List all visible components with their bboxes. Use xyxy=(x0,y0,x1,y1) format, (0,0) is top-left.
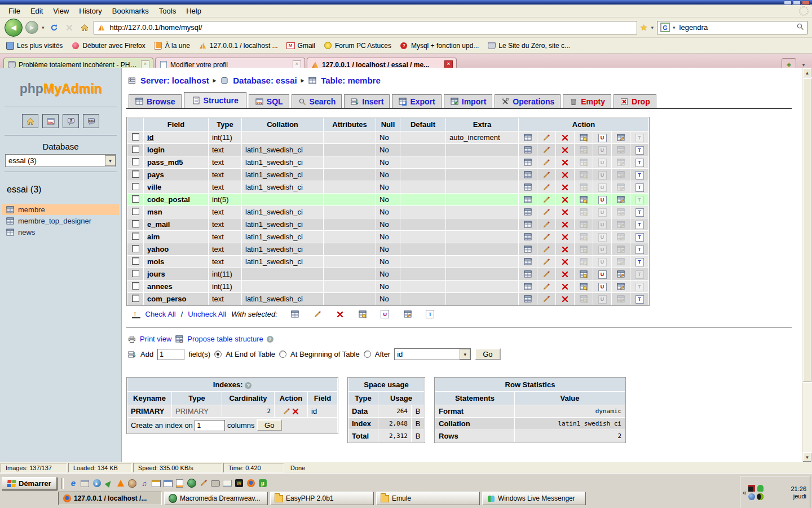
row-checkbox[interactable] xyxy=(132,270,139,277)
field-name[interactable]: ville xyxy=(147,183,161,191)
browse-icon[interactable] xyxy=(523,146,532,155)
globe-tray-icon[interactable] xyxy=(748,493,756,501)
check-all-link[interactable]: Check All xyxy=(145,310,176,318)
bookmark-item[interactable]: Les plus visités xyxy=(6,41,63,50)
minimize-button-icon[interactable] xyxy=(784,1,792,5)
search-bar[interactable]: G ▾ xyxy=(657,21,807,34)
menu-edit[interactable]: Edit xyxy=(25,6,48,16)
drop-icon[interactable] xyxy=(561,134,570,142)
editpad-icon[interactable] xyxy=(175,478,185,488)
taskbar-task-button[interactable]: 127.0.0.1 / localhost /... xyxy=(58,492,162,505)
home-nav-button[interactable] xyxy=(22,114,38,128)
breadcrumb-link[interactable]: Database: essai xyxy=(233,76,297,85)
sql-window-button[interactable]: SQL xyxy=(42,114,59,128)
row-checkbox[interactable] xyxy=(132,170,139,178)
row-checkbox[interactable] xyxy=(132,146,139,153)
bookmark-item[interactable]: À la une xyxy=(154,41,190,50)
drop-icon[interactable] xyxy=(561,221,570,229)
select-arrow-icon[interactable]: ▾ xyxy=(105,155,116,166)
change-icon[interactable] xyxy=(542,283,551,291)
row-checkbox[interactable] xyxy=(132,233,139,240)
field-name[interactable]: com_perso xyxy=(147,295,186,303)
drop-icon[interactable] xyxy=(561,258,570,266)
change-icon[interactable] xyxy=(542,295,551,304)
index-icon[interactable] xyxy=(403,310,412,318)
taskbar-task-button[interactable]: EasyPHP 2.0b1 xyxy=(270,492,374,505)
drop-icon[interactable] xyxy=(561,146,570,155)
browse-icon[interactable] xyxy=(523,221,532,229)
scrollbar-thumb[interactable] xyxy=(802,78,812,383)
row-checkbox[interactable] xyxy=(132,133,139,141)
vertical-scrollbar[interactable]: ▲ ▼ xyxy=(802,68,812,462)
unique-icon[interactable]: U xyxy=(598,196,607,204)
fulltext-icon[interactable]: T xyxy=(635,159,644,167)
fulltext-icon[interactable]: T xyxy=(635,295,644,304)
search-magnifier-icon[interactable] xyxy=(796,23,804,32)
scroll-up-icon[interactable]: ▲ xyxy=(802,68,812,78)
utorrent-icon[interactable]: µ xyxy=(258,478,268,488)
row-checkbox[interactable] xyxy=(132,183,139,190)
change-icon[interactable] xyxy=(542,270,551,279)
pencil-icon[interactable] xyxy=(198,478,209,488)
history-dropdown-icon[interactable]: ▾ xyxy=(41,25,45,30)
after-field-select[interactable]: id ▾ xyxy=(394,348,471,360)
fulltext-icon[interactable]: T xyxy=(635,171,644,179)
notes-icon[interactable]: ♫ xyxy=(139,478,149,488)
browse-icon[interactable] xyxy=(523,258,532,266)
primary-icon[interactable] xyxy=(579,283,588,291)
radio-end-of-table[interactable] xyxy=(214,351,222,358)
drop-icon[interactable] xyxy=(561,196,570,204)
primary-icon[interactable] xyxy=(579,134,588,142)
back-button[interactable]: ◀ xyxy=(5,19,23,37)
window-gold-icon[interactable] xyxy=(151,478,161,488)
bookmark-item[interactable]: Débuter avec Firefox xyxy=(71,41,145,50)
radio-after[interactable] xyxy=(364,351,371,358)
change-icon[interactable] xyxy=(542,146,551,155)
help-icon[interactable]: ? xyxy=(267,336,273,343)
fulltext-icon[interactable]: T xyxy=(635,246,644,254)
browse-icon[interactable] xyxy=(523,196,532,204)
breadcrumb-link[interactable]: Server: localhost xyxy=(140,76,209,85)
winamp-tray-icon[interactable] xyxy=(748,485,756,492)
change-icon[interactable] xyxy=(542,159,551,167)
bookmark-star-icon[interactable]: ★ xyxy=(640,23,647,33)
fulltext-icon[interactable]: T xyxy=(426,310,435,318)
row-checkbox[interactable] xyxy=(132,195,139,203)
home-button[interactable] xyxy=(78,21,91,34)
row-checkbox[interactable] xyxy=(132,220,139,227)
fulltext-icon[interactable]: T xyxy=(635,221,644,229)
drop-icon[interactable] xyxy=(336,310,345,318)
unique-icon[interactable]: U xyxy=(598,270,607,279)
start-button[interactable]: Démarrer xyxy=(2,477,57,490)
change-icon[interactable] xyxy=(542,221,551,229)
unique-icon[interactable]: U xyxy=(598,283,607,291)
pma-tab-operations[interactable]: Operations xyxy=(495,94,561,108)
green-arrow-icon[interactable] xyxy=(104,478,114,488)
drop-icon[interactable] xyxy=(561,208,570,217)
index-icon[interactable] xyxy=(616,196,625,204)
bookmark-item[interactable]: 127.0.0.1 / localhost ... xyxy=(198,41,278,50)
url-bar[interactable] xyxy=(94,21,637,34)
browse-icon[interactable] xyxy=(523,295,532,304)
field-name[interactable]: annees xyxy=(147,282,173,291)
browse-icon[interactable] xyxy=(290,310,299,318)
print-view-link[interactable]: Print view xyxy=(140,335,171,343)
fulltext-icon[interactable]: T xyxy=(635,233,644,242)
fulltext-icon[interactable]: T xyxy=(635,258,644,266)
field-name[interactable]: pays xyxy=(147,170,164,179)
messenger-tray-icon[interactable] xyxy=(757,485,764,492)
database-select[interactable]: essai (3) ▾ xyxy=(5,154,116,167)
breadcrumb-link[interactable]: Table: membre xyxy=(321,76,381,85)
sidebar-table-membre[interactable]: membre xyxy=(2,204,119,215)
drop-icon[interactable] xyxy=(561,295,570,304)
change-icon[interactable] xyxy=(542,134,551,142)
field-name[interactable]: yahoo xyxy=(147,245,169,253)
index-icon[interactable] xyxy=(616,270,625,279)
pma-tab-search[interactable]: Search xyxy=(292,94,342,108)
ie-icon[interactable]: e xyxy=(68,478,78,488)
scroll-down-icon[interactable]: ▼ xyxy=(802,452,812,462)
change-icon[interactable] xyxy=(313,310,322,318)
field-name[interactable]: jours xyxy=(147,270,165,278)
browse-icon[interactable] xyxy=(523,283,532,291)
menu-tools[interactable]: Tools xyxy=(154,6,181,16)
